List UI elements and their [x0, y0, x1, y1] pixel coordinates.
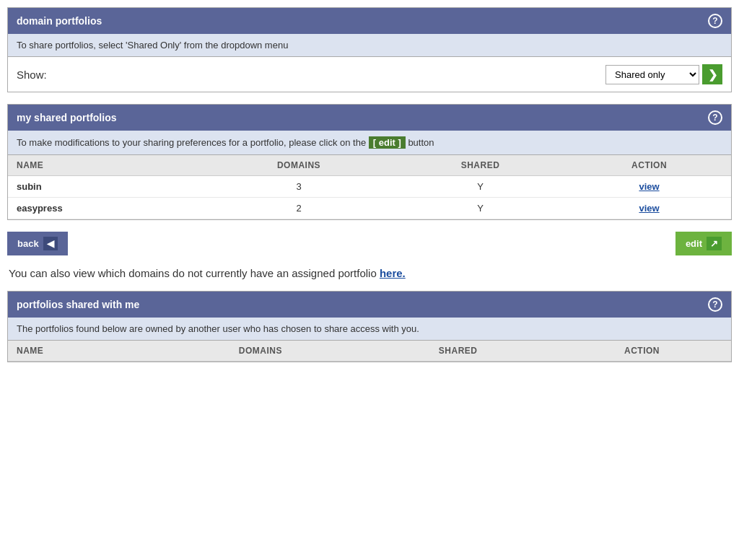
show-dropdown[interactable]: All Shared only Not shared: [605, 65, 699, 84]
back-button[interactable]: back ◀: [7, 232, 68, 255]
edit-label: edit: [686, 238, 702, 249]
portfolio-shared: Y: [393, 176, 567, 198]
here-link[interactable]: here.: [380, 267, 406, 279]
portfolios-shared-title: portfolios shared with me: [17, 299, 139, 310]
middle-text-block: You can also view which domains do not c…: [7, 267, 732, 279]
action-row: back ◀ edit ↗: [7, 232, 732, 255]
my-shared-portfolios-table: NAME DOMAINS SHARED ACTION subin 3 Y vie…: [8, 155, 731, 219]
shared-col-header-shared: SHARED: [363, 341, 553, 362]
my-shared-portfolios-title: my shared portfolios: [17, 112, 116, 123]
shared-col-header-name: NAME: [8, 341, 158, 362]
my-shared-portfolios-help-icon[interactable]: ?: [708, 110, 722, 125]
col-header-action: ACTION: [567, 155, 731, 176]
domain-portfolios-title: domain portfolios: [17, 15, 102, 27]
portfolio-name: easypress: [8, 198, 204, 219]
col-header-name: NAME: [8, 155, 204, 176]
domain-portfolios-help-icon[interactable]: ?: [708, 14, 722, 28]
my-shared-portfolios-info: To make modifications to your sharing pr…: [8, 131, 731, 155]
edit-arrow-icon: ↗: [707, 237, 722, 250]
portfolios-shared-table: NAME DOMAINS SHARED ACTION: [8, 341, 731, 362]
middle-text: You can also view which domains do not c…: [9, 267, 377, 279]
show-row: Show: All Shared only Not shared ❯: [8, 57, 731, 92]
portfolios-shared-header: portfolios shared with me ?: [8, 292, 731, 318]
shared-col-header-action: ACTION: [553, 341, 731, 362]
go-button[interactable]: ❯: [702, 64, 722, 84]
col-header-domains: DOMAINS: [204, 155, 393, 176]
shared-col-header-domains: DOMAINS: [158, 341, 364, 362]
portfolio-domains: 2: [204, 198, 393, 219]
table-row: easypress 2 Y view: [8, 198, 731, 219]
view-link[interactable]: view: [639, 203, 659, 214]
domain-portfolios-section: domain portfolios ? To share portfolios,…: [7, 7, 732, 92]
domain-portfolios-info: To share portfolios, select 'Shared Only…: [8, 34, 731, 57]
show-label: Show:: [17, 69, 47, 81]
edit-button[interactable]: edit ↗: [675, 232, 732, 255]
portfolio-action: view: [567, 176, 731, 198]
my-shared-portfolios-section: my shared portfolios ? To make modificat…: [7, 104, 732, 220]
portfolio-action: view: [567, 198, 731, 219]
portfolio-domains: 3: [204, 176, 393, 198]
table-row: subin 3 Y view: [8, 176, 731, 198]
portfolios-shared-info: The portfolios found below are owned by …: [8, 318, 731, 341]
edit-badge: [ edit ]: [369, 136, 406, 149]
portfolios-shared-help-icon[interactable]: ?: [708, 297, 722, 312]
portfolio-shared: Y: [393, 198, 567, 219]
back-arrow-icon: ◀: [43, 237, 58, 250]
view-link[interactable]: view: [639, 181, 659, 192]
domain-portfolios-header: domain portfolios ?: [8, 8, 731, 34]
my-shared-portfolios-header: my shared portfolios ?: [8, 105, 731, 131]
portfolios-shared-with-me-section: portfolios shared with me ? The portfoli…: [7, 291, 732, 362]
portfolio-name: subin: [8, 176, 204, 198]
back-label: back: [17, 238, 39, 249]
col-header-shared: SHARED: [393, 155, 567, 176]
show-controls: All Shared only Not shared ❯: [605, 64, 722, 84]
